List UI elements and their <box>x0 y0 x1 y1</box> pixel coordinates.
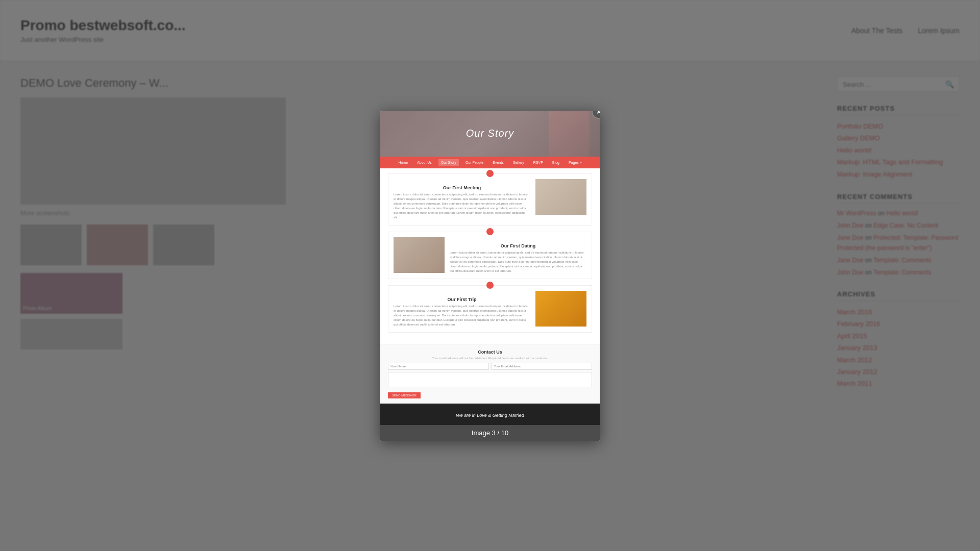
ss-section2-image <box>394 237 445 273</box>
ss-form-name-email-row <box>388 363 592 370</box>
ss-section3-icon <box>486 282 494 289</box>
ss-section1-text: Our First Meeting Lorem ipsum dolor sit … <box>394 179 530 220</box>
ss-hero-person-image <box>549 111 590 157</box>
ss-section2-title: Our First Dating <box>450 243 586 248</box>
ss-section1-image <box>535 179 586 215</box>
ss-contact-title: Contact Us <box>388 349 592 355</box>
ss-form-send-button[interactable]: SEND MESSAGE <box>388 392 421 398</box>
ss-section3-title: Our First Trip <box>394 297 530 302</box>
ss-section3-text: Our First Trip Lorem ipsum dolor sit ame… <box>394 291 530 327</box>
ss-section-first-meeting: Our First Meeting Lorem ipsum dolor sit … <box>388 173 592 226</box>
ss-nav-blog[interactable]: Blog <box>550 159 562 166</box>
ss-section1-body: Lorem ipsum dolor sit amet, consectetur … <box>394 192 530 220</box>
ss-nav: Home About Us Our Story Our People Event… <box>380 157 600 168</box>
ss-nav-pages[interactable]: Pages » <box>566 159 584 166</box>
modal-overlay: × Our Story Home About Us Our Story Our … <box>0 0 980 551</box>
ss-section2-body: Lorem ipsum dolor sit amet, consectetur … <box>450 251 586 273</box>
ss-hero-title: Our Story <box>466 128 514 139</box>
modal-screenshot-content: Our Story Home About Us Our Story Our Pe… <box>380 111 600 425</box>
ss-form-message-textarea[interactable] <box>388 372 592 387</box>
ss-form-email-input[interactable] <box>492 363 593 370</box>
ss-form-name-input[interactable] <box>388 363 489 370</box>
ss-section2-icon <box>486 228 494 235</box>
ss-nav-events[interactable]: Events <box>490 159 506 166</box>
ss-nav-about[interactable]: About Us <box>414 159 434 166</box>
ss-section-first-dating: Our First Dating Lorem ipsum dolor sit a… <box>388 232 592 279</box>
ss-section3-image <box>535 291 586 327</box>
ss-footer: We are in Love & Getting Married <box>380 404 600 425</box>
ss-nav-gallery[interactable]: Gallery <box>510 159 527 166</box>
ss-hero: Our Story <box>380 111 600 157</box>
ss-section2-text: Our First Dating Lorem ipsum dolor sit a… <box>450 237 586 273</box>
ss-footer-text: We are in Love & Getting Married <box>456 413 524 418</box>
ss-contact-note: Your email address will not be published… <box>388 357 592 360</box>
ss-content: Our First Meeting Lorem ipsum dolor sit … <box>380 168 600 344</box>
ss-nav-our-people[interactable]: Our People <box>463 159 486 166</box>
ss-section3-body: Lorem ipsum dolor sit amet, consectetur … <box>394 304 530 327</box>
ss-nav-our-story[interactable]: Our Story <box>438 159 459 166</box>
ss-section1-title: Our First Meeting <box>394 185 530 190</box>
ss-contact-section: Contact Us Your email address will not b… <box>380 344 600 404</box>
modal-caption: Image 3 / 10 <box>380 425 600 441</box>
ss-nav-home[interactable]: Home <box>396 159 410 166</box>
ss-nav-rsvp[interactable]: RSVP <box>531 159 546 166</box>
ss-section-first-trip: Our First Trip Lorem ipsum dolor sit ame… <box>388 285 592 333</box>
modal-dialog: × Our Story Home About Us Our Story Our … <box>380 111 600 441</box>
ss-section1-icon <box>486 170 494 177</box>
